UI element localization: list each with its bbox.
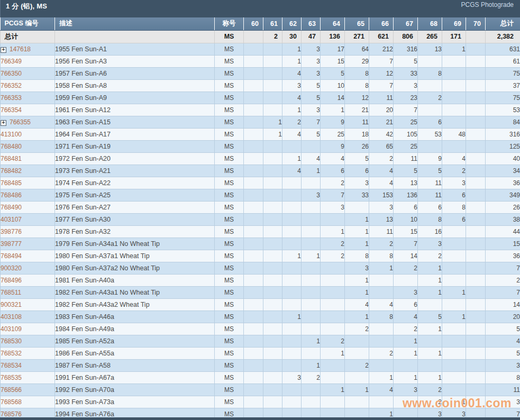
grade-68-cell: [418, 298, 442, 311]
designation-cell: MS: [215, 128, 244, 140]
pcgs-number-cell: 768568: [1, 396, 55, 408]
pcgs-number-link[interactable]: 768535: [1, 374, 22, 381]
grade-68-cell: 1: [418, 347, 442, 359]
pcgs-number-link[interactable]: 766349: [1, 58, 22, 65]
grade-67-cell: 7: [394, 104, 418, 116]
pcgs-number-link[interactable]: 768511: [1, 289, 21, 296]
pcgs-number-link[interactable]: 768482: [1, 167, 22, 175]
pcgs-number-link[interactable]: 768496: [1, 277, 22, 284]
pcgs-number-link[interactable]: 768490: [1, 204, 22, 211]
designation-cell: MS: [215, 213, 244, 225]
pcgs-number-link[interactable]: 768566: [1, 386, 22, 394]
grade-65-cell: 1: [345, 274, 369, 286]
pcgs-number-cell: 768496: [1, 274, 55, 286]
pcgs-number-link[interactable]: 413100: [1, 131, 22, 138]
pcgs-number-link[interactable]: 768530: [1, 337, 22, 345]
pcgs-number-link[interactable]: 768486: [1, 191, 22, 199]
grade-63-cell: 5: [302, 79, 321, 92]
photograde-link[interactable]: PCGS Photograde: [461, 1, 514, 8]
designation-cell: MS: [215, 298, 244, 311]
designation-cell: MS: [215, 55, 244, 67]
pcgs-number-link[interactable]: 768481: [1, 155, 22, 162]
pcgs-number-link[interactable]: 147618: [10, 45, 31, 53]
pcgs-number-link[interactable]: 900320: [1, 264, 22, 272]
grade-68-cell: [418, 79, 442, 92]
table-row: 7663521958 Fen Sun-A8MS351087337: [1, 79, 520, 92]
grade-69-cell: 6: [442, 213, 466, 225]
designation-cell: MS: [215, 225, 244, 238]
grade-66-cell: 12: [369, 67, 394, 79]
pcgs-number-link[interactable]: 403107: [1, 216, 22, 223]
grade-63-cell: 1: [302, 359, 321, 371]
grade-67-cell: 5: [394, 165, 418, 177]
grade-63-cell: 3: [302, 43, 321, 55]
grade-70-cell: [466, 286, 486, 298]
grade-68-cell: 3: [418, 238, 442, 250]
grade-67-cell: [394, 396, 418, 408]
row-total-cell: 26: [486, 201, 520, 213]
grade-64-cell: 5: [321, 67, 345, 79]
population-table: PCGS 编号 描述 称号 60 61 62 63 64 65 66 67 68…: [0, 17, 520, 420]
pcgs-number-link[interactable]: 766352: [1, 82, 22, 89]
expand-plus-icon[interactable]: +: [1, 120, 6, 126]
description-cell: 1981 Fen Sun-A40a: [55, 274, 215, 286]
grade-66-cell: 7: [369, 55, 394, 67]
pcgs-number-cell: 900321: [1, 298, 55, 311]
grade-64-cell: 6: [321, 165, 345, 177]
pcgs-number-cell: 768482: [1, 165, 55, 177]
grade-63-cell: 1: [302, 335, 321, 347]
description-cell: 1972 Fen Sun-A20: [55, 152, 215, 165]
pcgs-number-cell: 768511: [1, 286, 55, 298]
grade-70-cell: [466, 238, 486, 250]
grade-69-cell: [442, 274, 466, 286]
designation-cell: MS: [215, 79, 244, 92]
grade-66-cell: 2: [369, 152, 394, 165]
pcgs-number-link[interactable]: 768532: [1, 350, 22, 357]
grade-69-cell: [442, 250, 466, 262]
pcgs-number-cell: 413100: [1, 128, 55, 140]
pcgs-number-cell: 766352: [1, 79, 55, 92]
pcgs-number-link[interactable]: 398777: [1, 240, 22, 248]
pcgs-number-link[interactable]: 768494: [1, 252, 22, 260]
table-row: 7685301985 Fen Sun-A52aMS1214: [1, 335, 520, 347]
pcgs-number-link[interactable]: 768480: [1, 143, 22, 150]
grade-70-cell: [466, 274, 486, 286]
expand-plus-icon[interactable]: +: [1, 47, 6, 53]
pcgs-number-link[interactable]: 768485: [1, 179, 22, 187]
grade-60-cell: [244, 177, 263, 189]
grade-69-cell: 1: [442, 396, 466, 408]
grade-60-cell: [244, 347, 263, 359]
col-header-grade-67: 67: [394, 17, 418, 30]
grade-63-cell: [302, 201, 321, 213]
pcgs-number-link[interactable]: 768534: [1, 362, 22, 369]
pcgs-number-link[interactable]: 403109: [1, 325, 22, 333]
grade-63-cell: [302, 177, 321, 189]
grade-60-cell: [244, 298, 263, 311]
designation-cell: MS: [215, 311, 244, 323]
description-cell: 1991 Fen Sun-A67a: [55, 371, 215, 384]
grade-62-cell: [282, 225, 302, 238]
pcgs-number-link[interactable]: 766353: [1, 94, 22, 102]
totals-grade-61: 2: [263, 30, 282, 43]
description-cell: 1979 Fen Sun-A34a1 No Wheat Tip: [55, 238, 215, 250]
grade-61-cell: [263, 262, 282, 274]
table-row: +7663551963 Fen Sun-A15MS1279112125684: [1, 116, 520, 128]
row-total-cell: 5: [486, 323, 520, 335]
grade-64-cell: 1: [321, 347, 345, 359]
pcgs-number-link[interactable]: 403108: [1, 313, 22, 321]
grade-60-cell: [244, 152, 263, 165]
pcgs-number-link[interactable]: 398776: [1, 228, 22, 235]
pcgs-number-link[interactable]: 766354: [1, 106, 22, 114]
pcgs-number-link[interactable]: 768576: [1, 410, 22, 418]
grade-63-cell: 3: [302, 189, 321, 201]
row-total-cell: 44: [486, 225, 520, 238]
pcgs-number-cell: 766354: [1, 104, 55, 116]
description-cell: 1961 Fen Sun-A12: [55, 104, 215, 116]
grade-66-cell: 4: [369, 177, 394, 189]
pcgs-number-link[interactable]: 766355: [10, 118, 31, 126]
pcgs-number-link[interactable]: 766350: [1, 70, 22, 77]
grade-65-cell: [345, 347, 369, 359]
grade-70-cell: [466, 165, 486, 177]
pcgs-number-link[interactable]: 768568: [1, 398, 22, 406]
pcgs-number-link[interactable]: 900321: [1, 301, 22, 308]
